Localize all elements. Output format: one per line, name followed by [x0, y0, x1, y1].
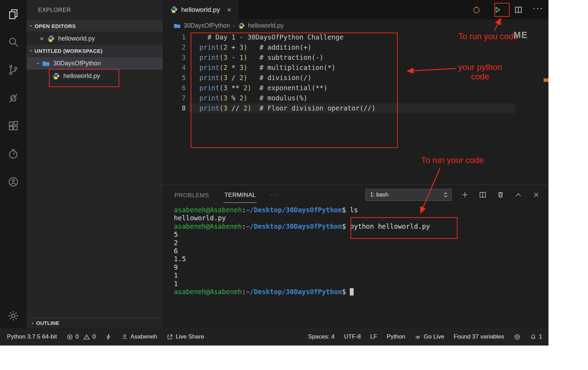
- quick-fix-status[interactable]: [105, 334, 112, 340]
- file-name-label: helloworld.py: [63, 72, 100, 80]
- code-line: 7print(3 % 2) # modulus(%): [163, 93, 548, 103]
- manage-button[interactable]: [0, 304, 27, 328]
- code-line: 8print(3 // 2) # Floor division operator…: [163, 103, 548, 113]
- live-share-label: Live Share: [176, 333, 204, 340]
- account-name: Asabeneh: [130, 333, 157, 340]
- timer-extension-button[interactable]: [469, 3, 483, 17]
- split-editor-button[interactable]: [511, 3, 525, 17]
- tab-close-icon[interactable]: ×: [227, 6, 231, 14]
- terminal-content[interactable]: asabeneh@Asabeneh:~/Desktop/30DaysOfPyth…: [163, 204, 548, 328]
- sidebar-title: EXPLORER: [27, 0, 163, 20]
- breadcrumb: 30DaysOfPython › helloworld.py: [163, 19, 548, 32]
- encoding-status[interactable]: UTF-8: [344, 333, 361, 340]
- terminal-prompt-line: asabeneh@Asabeneh:~/Desktop/30DaysOfPyth…: [174, 288, 548, 296]
- go-live-label: Go Live: [424, 333, 444, 340]
- debug-activity-button[interactable]: [0, 84, 27, 112]
- source-control-icon: [7, 64, 19, 76]
- maximize-panel-button[interactable]: [514, 190, 523, 199]
- python-file-icon: [47, 35, 55, 42]
- bottom-panel: PROBLEMS TERMINAL ··· 1: bash: [163, 185, 548, 328]
- python-file-icon: [238, 22, 245, 29]
- close-editor-icon[interactable]: ×: [40, 35, 44, 42]
- close-panel-button[interactable]: [532, 190, 541, 199]
- folder-icon: [174, 22, 180, 29]
- variables-status[interactable]: Found 37 variables: [454, 333, 504, 340]
- extensions-icon: [7, 120, 19, 132]
- terminal-prompt-line: asabeneh@Asabeneh:~/Desktop/30DaysOfPyth…: [174, 206, 548, 214]
- workspace-label: UNTITLED (WORKSPACE): [35, 48, 102, 54]
- error-count: 0: [76, 333, 79, 340]
- explorer-activity-button[interactable]: [0, 0, 27, 28]
- code-line: 5print(3 / 2) # division(/): [163, 73, 548, 83]
- chevron-down-icon: ›: [28, 50, 34, 52]
- tab-problems[interactable]: PROBLEMS: [174, 187, 210, 203]
- chevron-down-icon: ›: [28, 25, 34, 27]
- timer-icon: [472, 6, 481, 14]
- more-actions-button[interactable]: ···: [532, 3, 544, 17]
- select-arrows-icon: [443, 191, 448, 198]
- language-mode-status[interactable]: Python: [387, 333, 405, 340]
- bell-icon: [530, 334, 537, 340]
- editor-actions: ···: [469, 3, 544, 17]
- status-bar-right: Spaces: 4 UTF-8 LF Python Go Live Found …: [308, 333, 548, 340]
- tab-terminal[interactable]: TERMINAL: [224, 186, 256, 203]
- python-file-icon: [170, 6, 178, 13]
- go-live-status[interactable]: Go Live: [415, 333, 444, 340]
- live-share-extension-activity-button[interactable]: [0, 168, 27, 196]
- eol-status[interactable]: LF: [370, 333, 377, 340]
- shell-select-value: 1: bash: [370, 192, 388, 198]
- tab-title: helloworld.py: [181, 6, 220, 14]
- code-line: 6print(3 ** 2) # exponential(**): [163, 83, 548, 93]
- editor-area: helloworld.py × ··· 30DaysOfPython › hel…: [163, 0, 548, 328]
- code-editor[interactable]: 1 # Day 1 - 30DaysOfPython Challenge2pri…: [163, 32, 548, 185]
- panel-more-tabs-button[interactable]: ···: [270, 191, 279, 198]
- open-editors-section-header[interactable]: › OPEN EDITORS: [27, 20, 163, 31]
- run-play-icon: [493, 6, 502, 14]
- folder-item-30daysofpython[interactable]: › 30DaysOfPython: [27, 57, 163, 70]
- terminal-output-line: 2: [174, 239, 548, 247]
- breadcrumb-file[interactable]: helloworld.py: [248, 22, 284, 29]
- warning-count: 0: [92, 333, 95, 340]
- overview-ruler-marker: [544, 78, 548, 82]
- python-interpreter-status[interactable]: Python 3.7.5 64-bit: [7, 333, 57, 340]
- indentation-status[interactable]: Spaces: 4: [308, 333, 335, 340]
- search-activity-button[interactable]: [0, 28, 27, 56]
- tab-helloworld[interactable]: helloworld.py ×: [163, 0, 239, 19]
- split-editor-icon: [514, 6, 523, 14]
- notifications-status[interactable]: 1: [530, 333, 542, 340]
- open-editor-file-label: helloworld.py: [58, 35, 95, 42]
- workspace-section-header[interactable]: › UNTITLED (WORKSPACE): [27, 45, 163, 57]
- timer-extension-activity-button[interactable]: [0, 140, 27, 168]
- file-item-helloworld[interactable]: helloworld.py: [27, 70, 163, 82]
- live-share-icon: [167, 334, 173, 340]
- split-terminal-button[interactable]: [478, 190, 487, 199]
- terminal-shell-select[interactable]: 1: bash: [366, 189, 452, 201]
- open-editor-item-helloworld[interactable]: × helloworld.py: [27, 32, 163, 45]
- feedback-status[interactable]: [514, 334, 520, 340]
- new-terminal-button[interactable]: [460, 190, 469, 199]
- terminal-prompt-line: asabeneh@Asabeneh:~/Desktop/30DaysOfPyth…: [174, 222, 548, 230]
- breadcrumb-folder[interactable]: 30DaysOfPython: [184, 22, 230, 29]
- folder-icon: [42, 60, 50, 67]
- split-terminal-icon: [479, 191, 487, 199]
- run-python-file-button[interactable]: [490, 3, 504, 17]
- kill-terminal-button[interactable]: [496, 190, 505, 199]
- account-status[interactable]: Asabeneh: [121, 333, 157, 340]
- notification-count: 1: [539, 333, 542, 340]
- panel-controls: 1: bash: [366, 189, 541, 201]
- chevron-up-icon: [515, 191, 522, 199]
- extensions-activity-button[interactable]: [0, 112, 27, 140]
- search-icon: [7, 36, 19, 48]
- live-share-status[interactable]: Live Share: [167, 333, 204, 340]
- outline-section-header[interactable]: › OUTLINE: [27, 318, 163, 328]
- problems-status[interactable]: 0 0: [66, 333, 96, 340]
- debug-icon: [7, 92, 19, 104]
- code-line: 4print(2 * 3) # multiplication(*): [163, 63, 548, 73]
- code-line: 2print(2 + 3) # addition(+): [163, 42, 548, 52]
- lightning-icon: [105, 334, 112, 340]
- files-icon: [7, 8, 19, 20]
- broadcast-icon: [415, 334, 421, 340]
- source-control-activity-button[interactable]: [0, 56, 27, 84]
- vscode-window: EXPLORER › OPEN EDITORS × helloworld.py …: [0, 0, 548, 346]
- code-line: 3print(3 - 1) # subtraction(-): [163, 52, 548, 63]
